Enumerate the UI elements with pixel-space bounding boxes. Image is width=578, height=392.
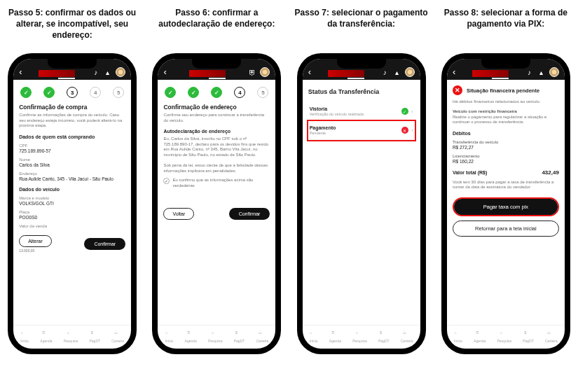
confirm-button[interactable]: Confirmar bbox=[229, 208, 270, 220]
tab-wallet[interactable]: ▭Carteira bbox=[256, 330, 268, 343]
shoe-icon[interactable]: ▴ bbox=[537, 69, 545, 76]
action-row: Alterar 13.000,00 Confirmar bbox=[19, 235, 125, 253]
intro-text: Confirme seu endereço para continuar a t… bbox=[163, 113, 270, 123]
status-pagamento[interactable]: Pagamento Pendente ✕ › bbox=[308, 121, 415, 140]
back-icon[interactable]: ‹ bbox=[19, 66, 22, 77]
return-home-button[interactable]: Retornar para a tela inicial bbox=[453, 220, 559, 237]
wallet-icon: ▭ bbox=[403, 330, 411, 338]
confirm-button[interactable]: Confirmar bbox=[84, 238, 125, 250]
status-name: Vistoria bbox=[310, 106, 364, 111]
action-row: Voltar Confirmar bbox=[163, 208, 270, 220]
tab-wallet[interactable]: ▭Carteira bbox=[545, 330, 558, 343]
alter-button[interactable]: Alterar bbox=[19, 235, 52, 247]
tab-agenda[interactable]: ☰Agenda bbox=[329, 330, 341, 343]
tab-home[interactable]: ⌂Início bbox=[165, 330, 173, 343]
debits-head: Débitos bbox=[453, 131, 559, 136]
sound-icon[interactable]: ♪ bbox=[92, 69, 99, 76]
status-left: Pagamento Pendente bbox=[310, 125, 336, 135]
total-value: 432,49 bbox=[542, 169, 558, 176]
top-icons: ♪ ▴ bbox=[381, 67, 415, 77]
autodecl-head: Autodeclaração de endereço bbox=[163, 129, 270, 134]
list-icon: ☰ bbox=[42, 330, 50, 338]
caption-5: Passo 5: confirmar os dados ou alterar, … bbox=[4, 7, 140, 45]
intro-text: Confirme as informações de compra do veí… bbox=[19, 113, 125, 129]
step-2-done bbox=[43, 87, 55, 98]
step-6-col: Passo 6: confirmar a autodeclaração de e… bbox=[149, 7, 284, 354]
name-value: Carlos da Silva bbox=[19, 162, 125, 167]
avatar[interactable] bbox=[260, 67, 270, 77]
step-1-done bbox=[20, 87, 32, 98]
debit-value: R$ 160,22 bbox=[453, 159, 559, 164]
plate-value: POO0S0 bbox=[19, 215, 125, 220]
restriction-head: Veículo com restrição financeira bbox=[453, 109, 559, 113]
total-row: Valor total (R$) 432,49 bbox=[453, 169, 559, 176]
sound-icon[interactable]: ♪ bbox=[381, 69, 389, 76]
back-icon[interactable]: ‹ bbox=[163, 66, 166, 77]
tab-pagdt[interactable]: $PagDT bbox=[378, 330, 390, 343]
top-icons: ⛨ bbox=[248, 67, 270, 77]
tabbar: ⌂Início ☰Agenda ⌕Pesquisa $PagDT ▭Cartei… bbox=[158, 325, 275, 349]
shoe-icon[interactable]: ▴ bbox=[104, 69, 111, 76]
home-icon: ⌂ bbox=[310, 330, 317, 338]
alert-row: ✕ Situação financeira pendente bbox=[453, 85, 559, 95]
alert-circle-icon: ✕ bbox=[453, 85, 462, 95]
tab-pagdt[interactable]: $PagDT bbox=[523, 330, 534, 343]
price-value: 13.000,00 bbox=[19, 248, 52, 253]
alert-title: Situação financeira pendente bbox=[467, 88, 539, 94]
step-8-col: Passo 8: selecionar a forma de pagamento… bbox=[438, 7, 574, 354]
tab-pagdt[interactable]: $PagDT bbox=[234, 330, 245, 343]
debit-label: Licenciamento bbox=[453, 154, 559, 158]
checkbox-icon[interactable]: ✓ bbox=[163, 178, 170, 184]
shield-icon[interactable]: ⛨ bbox=[248, 69, 256, 76]
back-button[interactable]: Voltar bbox=[163, 208, 194, 220]
tab-agenda[interactable]: ☰Agenda bbox=[185, 330, 197, 343]
buyer-section-head: Dados de quem está comprando bbox=[19, 134, 125, 139]
check-circle-icon: ✓ bbox=[401, 108, 408, 115]
tab-home[interactable]: ⌂Início bbox=[20, 330, 29, 343]
list-icon: ☰ bbox=[331, 330, 339, 338]
tab-pagdt[interactable]: $PagDT bbox=[90, 330, 101, 343]
price-label: Valor da venda bbox=[19, 224, 125, 228]
avatar[interactable] bbox=[405, 67, 415, 77]
step-5-col: Passo 5: confirmar os dados ou alterar, … bbox=[4, 7, 140, 354]
shoe-icon[interactable]: ▴ bbox=[393, 69, 401, 76]
pay-pix-button[interactable]: Pagar taxa com pix bbox=[454, 199, 558, 215]
page-title: Confirmação de compra bbox=[19, 104, 125, 111]
confirm-checkbox-row[interactable]: ✓ Eu confirmo que as informações acima s… bbox=[163, 178, 270, 188]
declaration-text: Eu, Carlos da Silva, inscrito no CPF sob… bbox=[163, 136, 270, 158]
tab-search[interactable]: ⌕Pesquisa bbox=[64, 330, 78, 343]
tutorial-row: Passo 5: confirmar os dados ou alterar, … bbox=[4, 7, 574, 354]
stepper: 3 4 5 bbox=[19, 87, 125, 98]
model-value: VOLKS/GOL GTI bbox=[19, 201, 125, 206]
back-icon[interactable]: ‹ bbox=[453, 66, 455, 77]
home-icon: ⌂ bbox=[21, 330, 29, 338]
page-title: Confirmação de endereço bbox=[163, 104, 270, 111]
tab-wallet[interactable]: ▭Carteira bbox=[401, 330, 413, 343]
sound-icon[interactable]: ♪ bbox=[525, 69, 533, 76]
addr-label: Endereço bbox=[19, 172, 125, 176]
tab-search[interactable]: ⌕Pesquisa bbox=[352, 330, 367, 343]
back-icon[interactable]: ‹ bbox=[308, 66, 311, 77]
caption-7: Passo 7: selecionar o pagamento da trans… bbox=[294, 7, 429, 45]
top-icons: ♪ ▴ bbox=[525, 67, 559, 77]
avatar[interactable] bbox=[116, 67, 125, 77]
step-5: 5 bbox=[113, 87, 124, 98]
content: Status da Transferência Vistoria Verific… bbox=[303, 80, 420, 325]
tabbar: ⌂Início ☰Agenda ⌕Pesquisa $PagDT ▭Cartei… bbox=[13, 325, 131, 349]
tab-search[interactable]: ⌕Pesquisa bbox=[497, 330, 512, 343]
tab-agenda[interactable]: ☰Agenda bbox=[40, 330, 52, 343]
tab-wallet[interactable]: ▭Carteira bbox=[111, 330, 124, 343]
cpf-value: 725.189.890-57 bbox=[19, 148, 125, 153]
caption-6: Passo 6: confirmar a autodeclaração de e… bbox=[149, 7, 284, 45]
notch bbox=[192, 59, 241, 69]
tab-agenda[interactable]: ☰Agenda bbox=[474, 330, 486, 343]
wallet-icon: ▭ bbox=[547, 330, 555, 338]
notch bbox=[337, 59, 386, 69]
avatar[interactable] bbox=[549, 67, 559, 77]
tabbar: ⌂Início ☰Agenda ⌕Pesquisa $PagDT ▭Cartei… bbox=[447, 325, 565, 349]
search-icon: ⌕ bbox=[67, 330, 75, 338]
status-vistoria[interactable]: Vistoria Verificação do veículo realizad… bbox=[308, 102, 415, 121]
tab-home[interactable]: ⌂Início bbox=[310, 330, 318, 343]
tab-home[interactable]: ⌂Início bbox=[454, 330, 462, 343]
tab-search[interactable]: ⌕Pesquisa bbox=[208, 330, 223, 343]
